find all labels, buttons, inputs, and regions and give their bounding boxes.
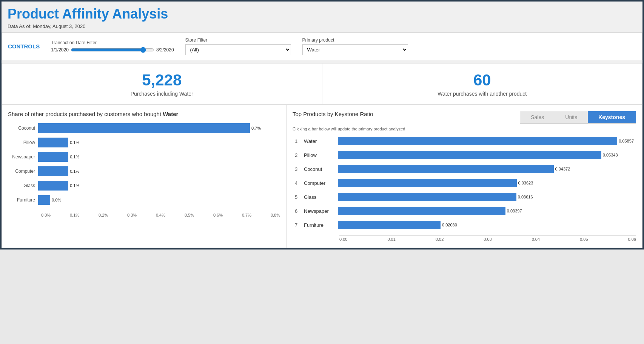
ks-bar (338, 221, 441, 229)
date-start: 1/1/2020 (51, 47, 69, 53)
kpi-label-purchases: Purchases including Water (9, 91, 314, 97)
date-range-slider[interactable] (71, 47, 154, 53)
bar-wrapper: 0.1% (38, 166, 280, 176)
kpi-row: 5,228 Purchases including Water 60 Water… (2, 63, 642, 105)
kpi-number-purchases: 5,228 (9, 71, 314, 89)
bar-wrapper: 0.7% (38, 123, 280, 133)
table-row[interactable]: 7 Furniture 0.02080 (293, 218, 636, 232)
rank-cell: 1 (293, 134, 302, 148)
ks-x-label: 0.00 (339, 237, 347, 242)
name-cell: Furniture (302, 218, 336, 232)
bar (38, 123, 250, 133)
bar-cell: 0.02080 (336, 218, 636, 232)
left-x-axis: 0.0%0.1%0.2%0.3%0.4%0.5%0.6%0.7%0.8% (41, 211, 280, 217)
x-axis-label: 0.1% (70, 213, 79, 217)
bar-row[interactable]: Computer 0.1% (8, 166, 280, 176)
name-cell: Water (302, 134, 336, 148)
primary-product-label: Primary product (302, 37, 408, 43)
data-as-of: Data As of: Monday, August 3, 2020 (8, 23, 636, 29)
bar (38, 138, 68, 147)
tab-btn-sales[interactable]: Sales (520, 111, 555, 123)
name-cell: Coconut (302, 162, 336, 176)
x-axis-label: 0.6% (213, 213, 223, 217)
bar-row[interactable]: Coconut 0.7% (8, 123, 280, 133)
left-chart: Share of other products purchased by cus… (2, 105, 287, 248)
table-row[interactable]: 6 Newspaper 0.03397 (293, 204, 636, 218)
table-row[interactable]: 4 Computer 0.03623 (293, 176, 636, 190)
click-hint: Clicking a bar below will update the pri… (293, 127, 636, 131)
charts-row: Share of other products purchased by cus… (2, 105, 642, 248)
rank-cell: 7 (293, 218, 302, 232)
ks-x-label: 0.04 (532, 237, 540, 242)
left-chart-title: Share of other products purchased by cus… (8, 111, 280, 117)
rank-cell: 2 (293, 148, 302, 162)
controls-bar: CONTROLS Transaction Date Filter 1/1/202… (2, 33, 642, 60)
ks-bar-wrap: 0.03623 (338, 179, 634, 187)
ks-bar-wrap: 0.05343 (338, 151, 634, 159)
bar-value: 0.7% (251, 126, 261, 130)
bar-label: Pillow (8, 140, 38, 145)
rank-cell: 5 (293, 190, 302, 204)
ks-bar (338, 151, 601, 159)
bar-value: 0.1% (70, 183, 79, 188)
bar-value: 0.0% (52, 198, 61, 202)
x-axis-label: 0.7% (242, 213, 251, 217)
ks-value: 0.03623 (518, 181, 533, 185)
kpi-label-copurchases: Water purchases with another product (330, 91, 635, 97)
main-container: Product Affinity Analysis Data As of: Mo… (2, 2, 642, 248)
ks-value: 0.03616 (518, 195, 533, 199)
ks-value: 0.05857 (619, 139, 634, 143)
x-axis-label: 0.8% (271, 213, 280, 217)
outer-wrapper: Product Affinity Analysis Data As of: Mo… (0, 0, 644, 249)
tab-group: SalesUnitsKeystones (520, 111, 636, 124)
bar-value: 0.1% (70, 169, 79, 174)
bar-row[interactable]: Glass 0.1% (8, 181, 280, 191)
bar-label: Coconut (8, 126, 38, 131)
bar-label: Newspaper (8, 154, 38, 160)
table-row[interactable]: 1 Water 0.05857 (293, 134, 636, 148)
date-end: 8/2/2020 (156, 47, 174, 53)
controls-label: CONTROLS (8, 43, 40, 50)
ks-bar (338, 179, 517, 187)
bar-value: 0.1% (70, 140, 79, 145)
table-row[interactable]: 3 Coconut 0.04372 (293, 162, 636, 176)
x-axis-label: 0.5% (185, 213, 194, 217)
table-row[interactable]: 2 Pillow 0.05343 (293, 148, 636, 162)
right-chart: Top Products by Keystone Ratio SalesUnit… (287, 105, 642, 248)
ks-bar (338, 137, 617, 145)
x-axis-label: 0.3% (127, 213, 137, 217)
right-chart-title: Top Products by Keystone Ratio (293, 111, 373, 117)
kpi-box-copurchases: 60 Water purchases with another product (322, 63, 643, 105)
ks-bar-wrap: 0.05857 (338, 137, 634, 145)
name-cell: Pillow (302, 148, 336, 162)
rank-cell: 4 (293, 176, 302, 190)
x-axis-label: 0.2% (99, 213, 108, 217)
bar-chart: Coconut 0.7% Pillow 0.1% Newspaper 0.1% … (8, 123, 280, 209)
ks-value: 0.03397 (507, 209, 522, 213)
right-chart-header: Top Products by Keystone Ratio SalesUnit… (293, 111, 636, 124)
bar-wrapper: 0.0% (38, 195, 280, 205)
bar-row[interactable]: Furniture 0.0% (8, 195, 280, 205)
store-filter-select[interactable]: (All) (185, 44, 291, 55)
ks-bar-wrap: 0.03397 (338, 207, 634, 215)
ks-bar (338, 165, 554, 173)
rank-cell: 6 (293, 204, 302, 218)
store-filter-label: Store Filter (185, 37, 291, 43)
ks-bar-wrap: 0.02080 (338, 221, 634, 229)
bar-wrapper: 0.1% (38, 138, 280, 147)
rank-cell: 3 (293, 162, 302, 176)
ks-bar-wrap: 0.04372 (338, 165, 634, 173)
ks-x-label: 0.06 (628, 237, 636, 242)
x-axis-label: 0.0% (41, 213, 51, 217)
primary-product-select[interactable]: Water (302, 44, 408, 55)
bar-cell: 0.05857 (336, 134, 636, 148)
table-row[interactable]: 5 Glass 0.03616 (293, 190, 636, 204)
bar-row[interactable]: Newspaper 0.1% (8, 152, 280, 162)
bar-row[interactable]: Pillow 0.1% (8, 138, 280, 147)
bar-cell: 0.03623 (336, 176, 636, 190)
bar-value: 0.1% (70, 155, 79, 159)
bar (38, 152, 68, 162)
tab-btn-units[interactable]: Units (555, 111, 588, 123)
date-filter-group: Transaction Date Filter 1/1/2020 8/2/202… (51, 40, 174, 53)
tab-btn-keystones[interactable]: Keystones (588, 111, 636, 123)
